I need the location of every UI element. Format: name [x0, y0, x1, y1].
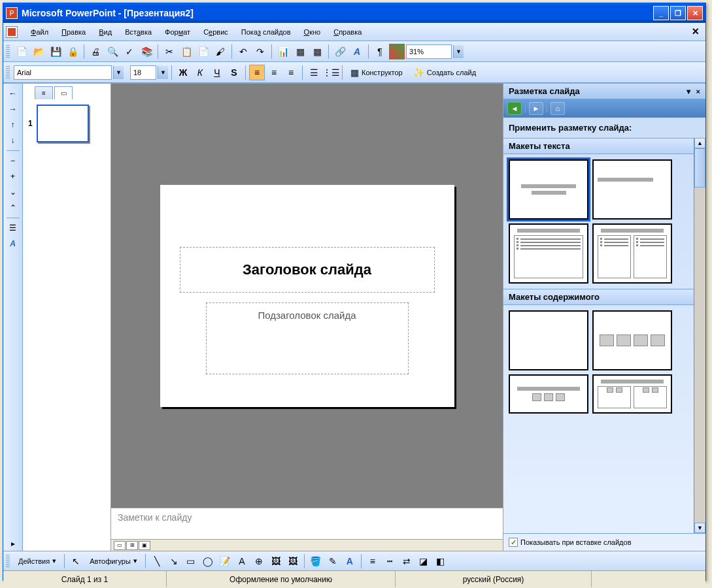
bullets-icon[interactable]: ⋮☰	[323, 65, 339, 80]
align-center-icon[interactable]: ≡	[266, 65, 282, 80]
move-up-icon[interactable]: ↑	[6, 118, 20, 132]
table-icon[interactable]: ▦	[292, 44, 308, 59]
arrow-icon[interactable]: ↘	[166, 553, 182, 569]
demote-icon[interactable]: →	[6, 102, 20, 116]
show-formatting-icon[interactable]: ¶	[372, 44, 388, 59]
layout-blank[interactable]	[509, 310, 588, 370]
slides-tab[interactable]: ▭	[54, 86, 73, 99]
select-icon[interactable]: ↖	[68, 553, 84, 569]
line-style-icon[interactable]: ≡	[365, 553, 381, 569]
toolbar-grip[interactable]	[6, 555, 10, 568]
fill-color-icon[interactable]: 🪣	[308, 553, 324, 569]
menu-edit[interactable]: Правка	[55, 25, 92, 39]
layout-title-only[interactable]	[592, 159, 672, 220]
new-slide-button[interactable]: ✨Создать слайд	[409, 65, 481, 80]
minimize-button[interactable]: _	[653, 6, 669, 20]
expand-icon[interactable]: A	[349, 44, 365, 59]
toolbar-options-icon[interactable]: ▸	[6, 536, 20, 551]
print-icon[interactable]: 🖨	[88, 44, 103, 59]
rectangle-icon[interactable]: ▭	[183, 553, 199, 569]
font-size-combo[interactable]: 18	[130, 65, 156, 80]
layout-title-slide[interactable]	[509, 159, 588, 220]
menu-file[interactable]: Файл	[24, 25, 55, 39]
menu-insert[interactable]: Вставка	[118, 25, 158, 39]
sorter-view-button[interactable]: ⊞	[126, 541, 138, 550]
title-placeholder[interactable]: Заголовок слайда	[180, 247, 435, 293]
hyperlink-icon[interactable]: 🔗	[332, 44, 348, 59]
normal-view-button[interactable]: ▭	[114, 541, 126, 550]
summary-icon[interactable]: ☰	[6, 221, 20, 235]
paste-icon[interactable]: 📄	[195, 44, 211, 59]
actions-menu[interactable]: Действия ▾	[14, 553, 61, 569]
tables-borders-icon[interactable]: ▦	[309, 44, 325, 59]
close-button[interactable]: ✕	[687, 6, 703, 20]
oval-icon[interactable]: ◯	[200, 553, 216, 569]
expand-all-icon[interactable]: ⌃	[6, 201, 20, 215]
cut-icon[interactable]: ✂	[161, 44, 177, 59]
slideshow-view-button[interactable]: ▣	[139, 541, 150, 550]
menu-view[interactable]: Вид	[92, 25, 118, 39]
format-painter-icon[interactable]: 🖌	[212, 44, 228, 59]
numbering-icon[interactable]: ☰	[306, 65, 322, 80]
picture-icon[interactable]: 🖼	[285, 553, 301, 569]
open-icon[interactable]: 📂	[31, 44, 46, 59]
autoshapes-menu[interactable]: Автофигуры ▾	[85, 553, 142, 569]
toolbar-grip[interactable]	[6, 45, 10, 58]
chart-icon[interactable]: 📊	[275, 44, 291, 59]
undo-icon[interactable]: ↶	[235, 44, 251, 59]
menu-window[interactable]: Окно	[297, 25, 328, 39]
italic-icon[interactable]: К	[192, 65, 208, 80]
color-icon[interactable]	[389, 44, 405, 59]
task-pane-scrollbar[interactable]: ▲ ▼	[694, 138, 705, 533]
diagram-icon[interactable]: ⊕	[251, 553, 267, 569]
notes-pane[interactable]: Заметки к слайду	[111, 508, 503, 539]
shadow-style-icon[interactable]: ◪	[416, 553, 432, 569]
subtitle-placeholder[interactable]: Подзаголовок слайда	[206, 302, 409, 374]
slide-editor[interactable]: Заголовок слайда Подзаголовок слайда	[111, 84, 503, 508]
font-size-dropdown[interactable]: ▼	[158, 66, 168, 79]
textbox-icon[interactable]: 📝	[217, 553, 233, 569]
research-icon[interactable]: 📚	[139, 44, 154, 59]
move-down-icon[interactable]: ↓	[6, 133, 20, 148]
nav-forward-icon[interactable]: ►	[529, 102, 543, 115]
status-language[interactable]: русский (Россия)	[396, 571, 592, 587]
toolbar-grip[interactable]	[6, 66, 10, 79]
scroll-thumb[interactable]	[694, 148, 705, 188]
3d-style-icon[interactable]: ◧	[433, 553, 449, 569]
font-name-dropdown[interactable]: ▼	[113, 66, 124, 79]
layout-title-text[interactable]	[509, 223, 588, 284]
layout-two-column-text[interactable]	[592, 223, 672, 284]
show-on-insert-checkbox[interactable]: ✓	[509, 538, 518, 547]
nav-home-icon[interactable]: ⌂	[551, 102, 565, 115]
align-right-icon[interactable]: ≡	[283, 65, 299, 80]
promote-icon[interactable]: ←	[6, 86, 20, 101]
layout-title-two-content[interactable]	[592, 374, 672, 414]
design-button[interactable]: ▦Конструктор	[346, 65, 407, 80]
arrow-style-icon[interactable]: ⇄	[399, 553, 415, 569]
slide-thumbnail[interactable]	[37, 105, 89, 142]
align-left-icon[interactable]: ≡	[249, 65, 265, 80]
permission-icon[interactable]: 🔒	[65, 44, 80, 59]
collapse-all-icon[interactable]: ⌄	[6, 185, 20, 199]
scroll-up-button[interactable]: ▲	[694, 138, 705, 148]
scroll-down-button[interactable]: ▼	[694, 523, 705, 533]
font-color-icon[interactable]: A	[342, 553, 358, 569]
bold-icon[interactable]: Ж	[175, 65, 191, 80]
expand-icon[interactable]: +	[6, 169, 20, 184]
maximize-button[interactable]: ❐	[670, 6, 686, 20]
menu-tools[interactable]: Сервис	[197, 25, 235, 39]
wordart-icon[interactable]: A	[234, 553, 250, 569]
shadow-icon[interactable]: S	[226, 65, 242, 80]
clipart-icon[interactable]: 🖼	[268, 553, 284, 569]
task-pane-close-button[interactable]: ×	[696, 88, 700, 95]
dash-style-icon[interactable]: ┅	[382, 553, 398, 569]
new-icon[interactable]: 📄	[14, 44, 29, 59]
document-close-button[interactable]: ×	[685, 25, 705, 39]
line-color-icon[interactable]: ✎	[325, 553, 341, 569]
outline-tab[interactable]: ≡	[35, 86, 53, 99]
task-pane-menu-button[interactable]: ▼	[685, 88, 692, 95]
slide-canvas[interactable]: Заголовок слайда Подзаголовок слайда	[160, 185, 454, 407]
menu-help[interactable]: Справка	[327, 25, 368, 39]
menu-format[interactable]: Формат	[158, 25, 197, 39]
zoom-combo[interactable]: 31%	[406, 44, 452, 59]
